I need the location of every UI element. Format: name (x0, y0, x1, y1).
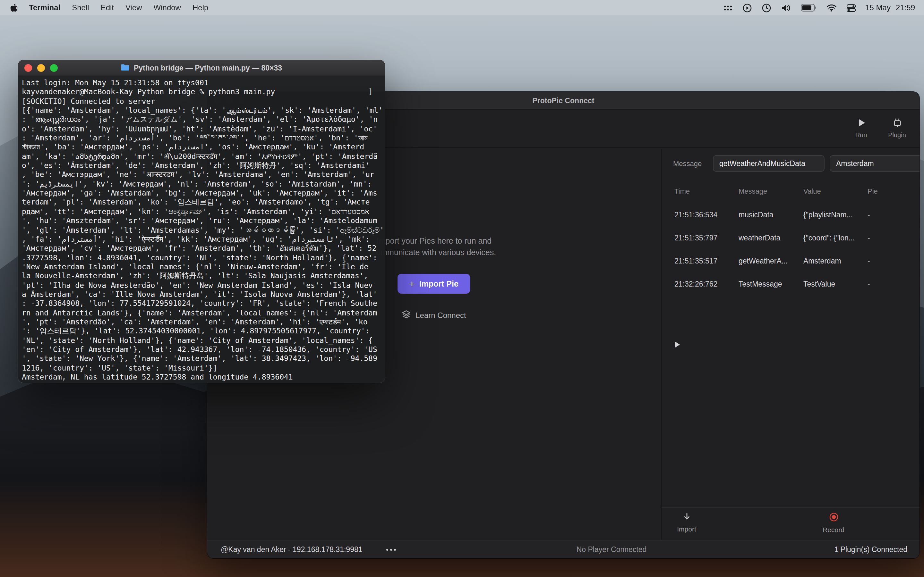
window-controls (24, 64, 58, 72)
terminal-line: ', 'gl': 'Ámsterdam', 'lt': 'Amsterdamas… (22, 226, 385, 235)
terminal-line: Amsterdam, NL has latitude 52.3727598 an… (22, 372, 385, 382)
record-label: Record (822, 526, 845, 533)
import-label: Import (677, 525, 696, 533)
plugin-button[interactable]: Plugin (883, 118, 911, 139)
terminal-line: স্টারডাম', 'ba': 'Амстердам', 'ps': 'امس… (22, 143, 385, 152)
terminal-line: , 'be': 'Амстэрдам', 'ne': 'आम्स्टरडम', … (22, 170, 385, 179)
menu-edit[interactable]: Edit (101, 3, 114, 12)
import-pie-label: Import Pie (419, 279, 459, 288)
terminal-titlebar[interactable]: Python bridge — Python main.py — 80×33 (18, 60, 385, 76)
log-row[interactable]: 21:32:26:762 TestMessage TestValue - (662, 278, 919, 290)
plugin-icon (892, 118, 902, 129)
folder-icon (121, 63, 130, 72)
terminal-line: [SOCKETIO] Connected to server (22, 97, 385, 106)
terminal-line: rn and Antarctic Lands'}, {'name': 'Amst… (22, 308, 385, 318)
plus-icon: + (409, 279, 415, 288)
terminal-title-text: Python bridge — Python main.py — 80×33 (134, 64, 282, 71)
terminal-window: Python bridge — Python main.py — 80×33 L… (18, 60, 385, 383)
log-row[interactable]: 21:51:35:797 weatherData {"coord": {"lon… (662, 232, 919, 243)
terminal-line: 'pt': 'Ilha de Nova Amesterdão', 'en': '… (22, 280, 385, 290)
zoom-button[interactable] (50, 64, 58, 72)
terminal-line: 'en': 'City of Amsterdam'}, 'lat': 42.94… (22, 345, 385, 354)
log-table-header: Time Message Value Pie (662, 187, 919, 197)
header-time: Time (674, 187, 736, 195)
import-button[interactable]: Import (672, 512, 701, 533)
terminal-line: : 'ആംസ്റ്റർഡാം', 'ja': 'アムステルダム', 'sv': … (22, 115, 385, 124)
message-log-panel: Message Time Message Value Pie 21:51:36:… (661, 149, 919, 540)
log-footer: Import Record (662, 507, 919, 540)
app-menu-terminal[interactable]: Terminal (29, 3, 60, 12)
header-value: Value (803, 187, 866, 195)
terminal-line: : -37.8364908, 'lon': 77.5541729591024, … (22, 299, 385, 308)
more-options-button[interactable] (386, 549, 396, 551)
menu-bar-status: 15 May 21:59 (723, 3, 924, 13)
record-button[interactable]: Record (819, 512, 848, 533)
connection-address: @Kay van den Aker - 192.168.178.31:9981 (221, 540, 363, 558)
log-play-icon[interactable] (674, 339, 681, 347)
terminal-line: la Nouvelle-Amsterdam', 'zh': '阿姆斯特丹岛', … (22, 271, 385, 280)
menu-time: 21:59 (896, 3, 915, 12)
log-row[interactable]: 21:51:35:517 getWeatherA... Amsterdam - (662, 255, 919, 267)
menu-shell[interactable]: Shell (72, 3, 89, 12)
terminal-line: terdam', 'pl': 'Amsterdam', 'ko': '암스테르담… (22, 198, 385, 207)
terminal-line: 'Амстердам', 'ga': 'Amstardam', 'bg': 'А… (22, 189, 385, 198)
wifi-icon[interactable] (826, 4, 837, 11)
terminal-line: kayvandenaker@MacBook-Kay Python bridge … (22, 87, 385, 97)
header-message: Message (738, 187, 801, 195)
status-bar: @Kay van den Aker - 192.168.178.31:9981 … (207, 540, 919, 558)
menu-clock[interactable]: 15 May 21:59 (865, 3, 915, 12)
message-label: Message (673, 155, 702, 172)
minimize-button[interactable] (37, 64, 45, 72)
history-clock-icon[interactable] (761, 3, 771, 13)
terminal-line: рдам', 'tt': 'Амстердам', 'kn': 'ಆಂಸ್ಟರ್… (22, 207, 385, 216)
run-button[interactable]: Run (847, 118, 875, 139)
player-status: No Player Connected (577, 540, 647, 558)
terminal-output[interactable]: Last login: Mon May 15 21:31:58 on ttys0… (18, 76, 385, 382)
terminal-line: 'Амстердам', 'cv': 'Амстердам', 'fr': 'A… (22, 243, 385, 253)
terminal-line: o': 'Amsterdam', 'hy': 'Ամստերդամ', 'ht'… (22, 124, 385, 133)
learn-connect-label: Learn Connect (415, 311, 466, 320)
menu-window[interactable]: Window (153, 3, 181, 12)
log-row[interactable]: 21:51:36:534 musicData {"playlistNam... … (662, 209, 919, 221)
value-input[interactable] (830, 155, 919, 172)
terminal-title: Python bridge — Python main.py — 80×33 (121, 63, 282, 72)
terminal-line: , 'fa': 'آمستردام', 'hi': 'ऐम्स्टर्डैम',… (22, 235, 385, 244)
battery-icon[interactable] (800, 4, 817, 11)
message-bar: Message (662, 155, 919, 172)
arrow-down-icon (682, 512, 691, 522)
terminal-line: 1216, 'country': 'US', 'state': 'Missour… (22, 363, 385, 372)
terminal-line: ', 'hu': 'Amszterdam', 'sr': 'Амстердам'… (22, 216, 385, 226)
control-center-icon[interactable] (846, 3, 856, 13)
play-icon (856, 118, 866, 129)
terminal-line: .3727598, 'lon': 4.8936041, 'country': '… (22, 253, 385, 262)
terminal-line: am', 'ka': 'ამსტერდამი', 'mr': 'ॲ\u200dम… (22, 152, 385, 161)
menu-bar-left: Terminal Shell Edit View Window Help (0, 3, 208, 12)
terminal-line: ': 'ایمسٹرڈیم', 'kv': 'Амстердам', 'nl':… (22, 179, 385, 189)
layers-icon (401, 309, 411, 321)
terminal-line: ', 'state': 'New York'}, {'name': 'Amste… (22, 354, 385, 364)
terminal-line: Last login: Mon May 15 21:31:58 on ttys0… (22, 78, 385, 87)
learn-connect-link[interactable]: Learn Connect (401, 309, 466, 321)
terminal-line: ': '암스테르담'}, 'lat': 52.37454030000001, '… (22, 327, 385, 336)
terminal-line: o', 'es': 'Ámsterdam', 'de': 'Amsterdam'… (22, 161, 385, 170)
run-label: Run (855, 131, 867, 139)
menu-help[interactable]: Help (192, 3, 208, 12)
close-button[interactable] (24, 64, 32, 72)
menu-bar: Terminal Shell Edit View Window Help (0, 0, 924, 15)
menu-view[interactable]: View (126, 3, 142, 12)
screen: Terminal Shell Edit View Window Help (0, 0, 924, 577)
terminal-line: 'New Amsterdam Island', 'local_names': {… (22, 262, 385, 271)
record-icon (829, 512, 838, 523)
message-input[interactable] (713, 155, 825, 172)
import-pie-button[interactable]: + Import Pie (397, 274, 470, 293)
terminal-line: : 'Amsterdam', 'ar': 'أمستردام', 'bo': '… (22, 133, 385, 143)
dots-grid-icon[interactable] (723, 3, 732, 12)
terminal-line: 'NL', 'state': 'North Holland'}, {'name'… (22, 335, 385, 345)
play-circle-icon[interactable] (742, 3, 752, 13)
apple-menu-icon[interactable] (10, 3, 17, 12)
menu-date: 15 May (865, 3, 891, 12)
plugin-label: Plugin (888, 131, 906, 139)
plugin-status: 1 Plugin(s) Connected (834, 540, 907, 558)
terminal-line: a Ámsterdam', 'ca': 'Ille Nova Amsterdam… (22, 290, 385, 299)
volume-icon[interactable] (780, 3, 791, 12)
